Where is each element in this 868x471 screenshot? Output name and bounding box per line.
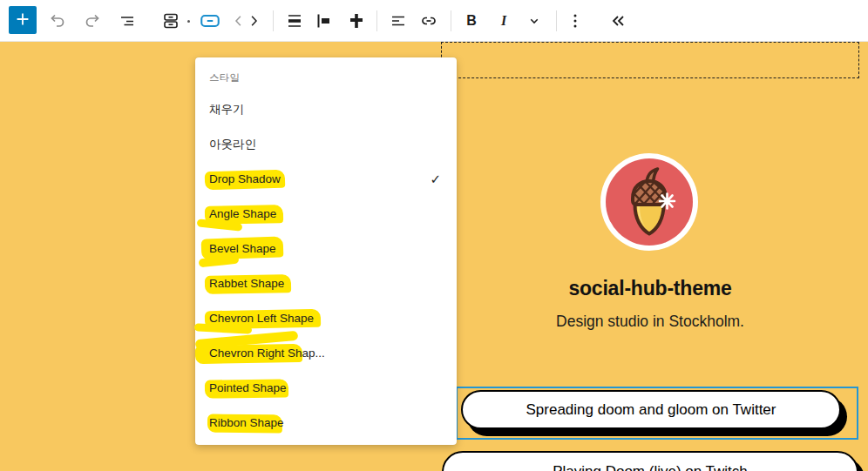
style-option-outline[interactable]: 아웃라인 [195, 127, 457, 162]
style-option-pointed-shape[interactable]: Pointed Shape [195, 371, 457, 406]
bold-button[interactable]: B [457, 6, 486, 36]
style-option-angle-shape[interactable]: Angle Shape [195, 197, 457, 232]
site-logo[interactable] [600, 153, 698, 251]
style-option-fill[interactable]: 채우기 [195, 92, 457, 127]
selected-block-outline: Spreading doom and gloom on Twitter [456, 387, 858, 440]
editor-toolbar: B I [0, 0, 868, 42]
double-chevron-left-icon [607, 10, 628, 31]
italic-button[interactable]: I [489, 6, 519, 36]
button-block-icon [199, 10, 221, 32]
bold-icon: B [466, 13, 477, 29]
text-align-button[interactable] [383, 6, 413, 36]
style-option-drop-shadow[interactable]: Drop Shadow ✓ [195, 162, 457, 197]
align-center-button[interactable] [342, 6, 371, 36]
block-inserter-button[interactable] [9, 6, 37, 34]
button-block-indicator[interactable] [195, 6, 225, 36]
social-link-button-twitter[interactable]: Spreading doom and gloom on Twitter [461, 390, 841, 429]
align-center-icon [346, 10, 367, 31]
empty-block-placeholder[interactable] [441, 42, 859, 78]
more-text-tools-button[interactable] [519, 6, 549, 36]
document-overview-button[interactable] [112, 6, 142, 36]
site-tagline[interactable]: Design studio in Stockholm. [441, 313, 859, 331]
list-view-icon [117, 10, 138, 31]
italic-icon: I [501, 13, 506, 29]
justify-left-button[interactable] [309, 6, 339, 36]
acorn-logo-icon [600, 239, 698, 253]
text-align-icon [388, 10, 409, 31]
vertical-align-button[interactable] [280, 6, 309, 36]
social-link-button-twitch[interactable]: Playing Doom (live) on Twitch [442, 451, 858, 471]
style-option-bevel-shape[interactable]: Bevel Shape [195, 232, 457, 266]
style-option-rabbet-shape[interactable]: Rabbet Shape [195, 266, 457, 301]
style-option-ribbon-shape[interactable]: Ribbon Shape [195, 406, 457, 441]
justify-left-icon [314, 10, 335, 31]
chevron-right-icon [246, 13, 261, 29]
plus-icon [13, 10, 32, 31]
link-icon [418, 10, 439, 31]
style-option-chevron-right-shape[interactable]: Chevron Right Shap... [195, 336, 457, 371]
undo-button[interactable] [43, 6, 72, 36]
kebab-menu-icon [565, 10, 586, 31]
undo-icon [47, 10, 68, 31]
options-button[interactable] [560, 6, 590, 36]
vertical-align-icon [284, 10, 305, 31]
styles-menu-header: 스타일 [195, 63, 457, 92]
style-option-chevron-left-shape[interactable]: Chevron Left Shape [195, 301, 457, 336]
move-right-button[interactable] [245, 6, 262, 36]
site-title[interactable]: social-hub-theme [441, 277, 859, 300]
collapse-toolbar-button[interactable] [603, 6, 633, 36]
chevron-down-icon [526, 12, 543, 30]
check-icon: ✓ [430, 172, 441, 187]
block-styles-menu: 스타일 채우기 아웃라인 Drop Shadow ✓ Angle Shape B… [195, 57, 457, 445]
link-button[interactable] [414, 6, 444, 36]
redo-button[interactable] [78, 6, 107, 36]
redo-icon [82, 10, 103, 31]
